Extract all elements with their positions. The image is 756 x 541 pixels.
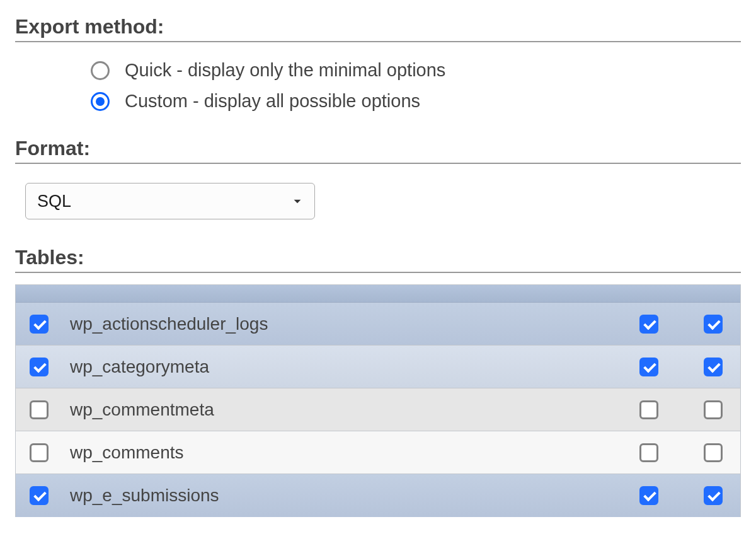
table-row-name: wp_comments <box>70 443 639 463</box>
table-row-checkbox-select[interactable] <box>30 443 49 462</box>
table-row-name: wp_e_submissions <box>70 486 639 506</box>
table-row-name: wp_commentmeta <box>70 400 639 420</box>
table-row: wp_categorymeta <box>16 346 740 388</box>
table-row-checkbox-structure[interactable] <box>639 400 658 419</box>
tables-heading: Tables: <box>15 246 741 273</box>
export-method-heading: Export method: <box>15 15 741 42</box>
table-row-checkbox-select[interactable] <box>30 358 49 376</box>
export-method-section: Export method: Quick - display only the … <box>15 15 741 112</box>
table-row-checkbox-structure[interactable] <box>639 315 658 334</box>
table-row-checkbox-select[interactable] <box>30 315 49 334</box>
format-heading: Format: <box>15 137 741 164</box>
table-row-checkbox-structure[interactable] <box>639 486 658 505</box>
format-select-wrap: SQL <box>25 183 741 219</box>
radio-custom-label[interactable]: Custom - display all possible options <box>125 91 420 112</box>
table-row-checkbox-data[interactable] <box>704 443 723 462</box>
table-row: wp_actionscheduler_logs <box>16 303 740 346</box>
table-row-name: wp_actionscheduler_logs <box>70 314 639 334</box>
export-method-radio-group: Quick - display only the minimal options… <box>15 46 741 112</box>
radio-custom[interactable] <box>91 92 110 111</box>
table-row: wp_e_submissions <box>16 474 740 517</box>
table-row-right-checks <box>639 358 723 376</box>
radio-row-quick: Quick - display only the minimal options <box>91 60 741 81</box>
table-row-right-checks <box>639 400 723 419</box>
format-select[interactable]: SQL <box>25 183 315 219</box>
tables-section: Tables: wp_actionscheduler_logswp_catego… <box>15 246 741 517</box>
table-row-checkbox-select[interactable] <box>30 400 49 419</box>
table-row-checkbox-structure[interactable] <box>639 358 658 376</box>
table-row-checkbox-data[interactable] <box>704 400 723 419</box>
table-row-checkbox-data[interactable] <box>704 315 723 334</box>
table-row-right-checks <box>639 486 723 505</box>
radio-quick[interactable] <box>91 61 110 80</box>
tables-list: wp_actionscheduler_logswp_categorymetawp… <box>15 284 741 517</box>
table-row-right-checks <box>639 315 723 334</box>
table-row-checkbox-data[interactable] <box>704 486 723 505</box>
radio-row-custom: Custom - display all possible options <box>91 91 741 112</box>
table-row-checkbox-data[interactable] <box>704 358 723 376</box>
format-section: Format: SQL <box>15 137 741 219</box>
table-row-checkbox-select[interactable] <box>30 486 49 505</box>
table-row-right-checks <box>639 443 723 462</box>
table-row-checkbox-structure[interactable] <box>639 443 658 462</box>
table-row-name: wp_categorymeta <box>70 357 639 377</box>
radio-quick-label[interactable]: Quick - display only the minimal options <box>125 60 445 81</box>
table-row: wp_comments <box>16 431 740 474</box>
table-row: wp_commentmeta <box>16 388 740 431</box>
tables-header-strip <box>16 285 740 303</box>
